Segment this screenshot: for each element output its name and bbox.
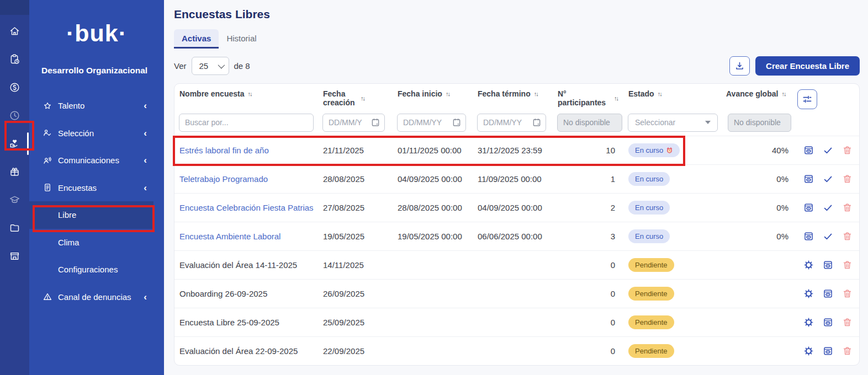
column-settings-button[interactable]: [797, 89, 817, 109]
approve-button[interactable]: [822, 202, 833, 213]
sort-icon[interactable]: [781, 90, 785, 98]
sidebar-item-encuestas[interactable]: Encuestas ‹: [29, 174, 154, 202]
delete-button[interactable]: [841, 317, 853, 328]
eye-window-icon: [803, 231, 814, 242]
clock-icon: [9, 110, 20, 121]
sidebar-item-comunicaciones[interactable]: Comunicaciones ‹: [29, 147, 154, 174]
col-fecha-creacion[interactable]: Fecha creación: [323, 89, 357, 107]
delete-button[interactable]: [841, 145, 853, 156]
preview-button[interactable]: [822, 317, 833, 328]
preview-button[interactable]: [822, 288, 833, 299]
delete-button[interactable]: [841, 202, 853, 213]
col-estado[interactable]: Estado: [628, 89, 654, 98]
survey-name-link[interactable]: Estrés laboral fin de año: [179, 146, 269, 155]
status-badge: Pendiente: [628, 315, 674, 329]
sidebar-item-clima[interactable]: Clima: [29, 229, 154, 256]
delete-button[interactable]: [841, 174, 853, 185]
trash-icon: [842, 346, 853, 356]
col-nombre-encuesta[interactable]: Nombre encuesta: [179, 89, 244, 98]
col-avance-global[interactable]: Avance global: [726, 89, 778, 98]
eye-window-icon: [823, 346, 833, 356]
hand-heart-icon: [9, 138, 20, 149]
fecha-termino-filter[interactable]: [477, 114, 546, 132]
survey-name: Evaluación del Área 22-09-2025: [179, 346, 298, 356]
delete-button[interactable]: [841, 260, 853, 271]
sort-icon[interactable]: [361, 95, 364, 102]
table-row: Evaluación del Área 22-09-2025 22/09/202…: [174, 336, 859, 365]
storefront-icon: [9, 250, 20, 262]
fecha-creacion-filter[interactable]: [322, 114, 385, 132]
rail-item-tasks[interactable]: [0, 45, 29, 73]
estado-filter-select[interactable]: Seleccionar: [628, 114, 718, 132]
col-fecha-inicio[interactable]: Fecha inicio: [398, 89, 442, 98]
approve-button[interactable]: [822, 145, 833, 156]
graduation-cap-icon: [9, 194, 20, 206]
col-fecha-termino[interactable]: Fecha término: [478, 89, 531, 98]
gear-icon: [803, 317, 814, 328]
create-survey-button[interactable]: Crear Encuesta Libre: [755, 56, 860, 76]
approve-button[interactable]: [822, 174, 833, 185]
table-row: Encuesta Ambiente Laboral 19/05/2025 19/…: [174, 222, 859, 250]
rail-item-gifts[interactable]: [0, 158, 29, 186]
preview-button[interactable]: [803, 202, 814, 213]
delete-button[interactable]: [841, 231, 853, 242]
tab-historial[interactable]: Historial: [219, 29, 264, 49]
survey-name-link[interactable]: Teletrabajo Programado: [179, 174, 268, 184]
delete-button[interactable]: [841, 346, 853, 357]
col-participantes[interactable]: N° participantes: [558, 89, 611, 107]
sort-icon[interactable]: [247, 90, 251, 98]
download-button[interactable]: [729, 56, 750, 76]
rail-item-marketplace[interactable]: [0, 242, 29, 270]
sort-icon[interactable]: [446, 90, 449, 98]
sidebar-item-libre[interactable]: Libre: [29, 201, 154, 229]
settings-button[interactable]: [803, 317, 814, 328]
survey-name: Evaluación del Área 14-11-2025: [179, 260, 297, 270]
chevron-down-icon: [218, 61, 225, 68]
rail-item-history[interactable]: [0, 101, 29, 130]
preview-button[interactable]: [822, 346, 833, 357]
chevron-left-icon: ‹: [144, 292, 147, 302]
survey-name-link[interactable]: Encuesta Ambiente Laboral: [179, 232, 280, 241]
rail-item-payments[interactable]: [0, 73, 29, 101]
search-input[interactable]: [179, 114, 314, 132]
survey-name: Onboarding 26-09-2025: [179, 289, 267, 298]
tab-activas[interactable]: Activas: [174, 29, 219, 49]
toolbar: Ver 25 de 8 Crear Encuesta Libre: [174, 56, 860, 76]
check-icon: [823, 231, 833, 242]
settings-button[interactable]: [803, 346, 814, 357]
rail-item-training[interactable]: [0, 186, 29, 214]
fecha-inicio-filter[interactable]: [397, 114, 466, 132]
page-title: Encuestas Libres: [174, 8, 860, 21]
survey-name-link[interactable]: Encuesta Celebración Fiesta Patrias: [179, 203, 314, 212]
trash-icon: [842, 317, 853, 328]
delete-button[interactable]: [841, 288, 853, 299]
preview-button[interactable]: [803, 145, 814, 156]
rail-item-documents[interactable]: [0, 214, 29, 242]
sidebar-item-canal-denuncias[interactable]: Canal de denuncias ‹: [29, 283, 154, 311]
pagesize-select[interactable]: 25: [192, 57, 229, 75]
sidebar-item-seleccion[interactable]: Selección ‹: [29, 120, 154, 147]
chevron-left-icon: ‹: [144, 183, 147, 192]
settings-button[interactable]: [803, 260, 814, 271]
rail-item-home[interactable]: [0, 17, 29, 45]
table-row: Teletrabajo Programado 28/08/2025 04/09/…: [174, 164, 859, 193]
sort-icon[interactable]: [658, 90, 661, 98]
status-badge: En curso: [628, 172, 670, 186]
preview-button[interactable]: [803, 174, 814, 185]
table-row: Encuesta Libre 25-09-2025 25/09/2025 0 P…: [174, 308, 859, 336]
settings-button[interactable]: [803, 288, 814, 299]
sort-icon[interactable]: [614, 95, 618, 102]
sidebar-item-talento[interactable]: Talento ‹: [29, 92, 154, 120]
eye-window-icon: [803, 174, 814, 184]
table-row: Onboarding 26-09-2025 26/09/2025 0 Pendi…: [174, 279, 859, 308]
preview-button[interactable]: [803, 231, 814, 242]
chevron-left-icon: ‹: [144, 101, 147, 110]
approve-button[interactable]: [822, 231, 833, 242]
sort-icon[interactable]: [534, 90, 538, 98]
table-row: Encuesta Celebración Fiesta Patrias 27/0…: [174, 193, 859, 222]
sliders-icon: [802, 94, 813, 105]
rail-item-benefits-selected[interactable]: [0, 130, 29, 158]
sidebar-item-configuraciones[interactable]: Configuraciones: [29, 256, 154, 283]
person-check-icon: [43, 128, 52, 138]
preview-button[interactable]: [822, 260, 833, 271]
